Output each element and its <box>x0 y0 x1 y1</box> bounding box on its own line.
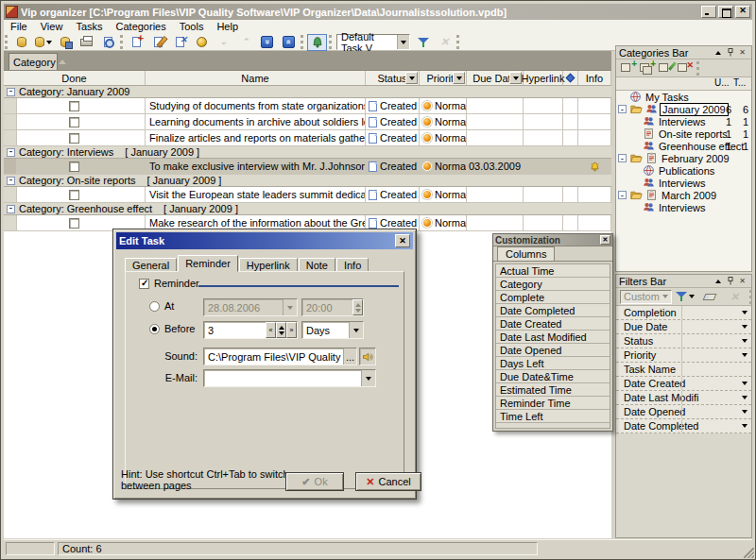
close-panel-icon[interactable]: ✕ <box>736 47 748 58</box>
menu-tasks[interactable]: Tasks <box>69 21 109 32</box>
play-sound-button[interactable] <box>359 348 376 365</box>
collapse-all-button[interactable]: » <box>279 34 299 51</box>
clear-view-button[interactable]: ✕ <box>435 34 455 51</box>
tab-note[interactable]: Note <box>299 258 335 272</box>
move-down-button[interactable]: ⌄ <box>214 34 233 51</box>
combo-arrow-icon[interactable] <box>349 322 363 338</box>
category-group-row[interactable]: Category: January 2009 <box>4 86 611 98</box>
print-preview-button[interactable] <box>98 34 118 51</box>
spin-left-icon[interactable]: « <box>266 322 276 338</box>
apply-filter-button[interactable] <box>676 288 696 305</box>
column-item[interactable]: Date Opened <box>496 344 610 357</box>
at-time-spinner[interactable]: 20:00 <box>301 298 364 316</box>
column-header-done[interactable]: Done <box>4 71 146 85</box>
dropdown-arrow-icon[interactable] <box>742 424 747 428</box>
collapse-group-icon[interactable] <box>7 148 15 157</box>
combo-arrow-icon[interactable] <box>361 370 375 386</box>
move-up-button[interactable]: ⌃ <box>235 34 255 51</box>
column-item[interactable]: Estimated Time <box>496 383 610 397</box>
close-icon[interactable]: ✕ <box>600 235 610 245</box>
tree-item-publications[interactable]: Publications <box>616 164 751 177</box>
done-checkbox[interactable] <box>69 161 79 172</box>
column-header-status[interactable]: Status <box>366 71 420 85</box>
filter-row-date-last-modified[interactable]: Date Last Modifi <box>616 391 751 405</box>
filter-row-date-completed[interactable]: Date Completed <box>616 419 751 433</box>
done-checkbox[interactable] <box>69 117 79 127</box>
toolbar-grip[interactable] <box>5 35 9 49</box>
collapse-node-icon[interactable] <box>618 154 627 162</box>
done-checkbox[interactable] <box>69 190 79 200</box>
collapse-node-icon[interactable] <box>618 105 627 113</box>
spinner-up-down-icon[interactable] <box>276 322 286 338</box>
cancel-button[interactable]: ✕ Cancel <box>355 472 421 491</box>
collapse-panel-icon[interactable] <box>712 276 724 286</box>
dropdown-arrow-icon[interactable] <box>742 396 747 399</box>
task-row[interactable]: Visit the European state leaders summit … <box>4 187 611 203</box>
tree-item-interviews[interactable]: Interviews 1 1 <box>616 115 751 127</box>
dropdown-arrow-icon[interactable] <box>742 382 747 385</box>
edit-category-button[interactable] <box>658 61 674 75</box>
filter-preset-combo[interactable]: Custom <box>620 290 672 304</box>
notifications-toggle[interactable] <box>307 34 327 51</box>
column-header-name[interactable]: Name <box>146 71 366 85</box>
menu-categories[interactable]: Categories <box>110 21 173 32</box>
pin-icon[interactable] <box>724 47 736 58</box>
tab-hyperlink[interactable]: Hyperlink <box>239 258 298 272</box>
spinner-up-down-icon[interactable] <box>352 299 363 315</box>
at-radio[interactable] <box>149 301 160 312</box>
tree-item-interviews[interactable]: Interviews <box>616 201 751 213</box>
menu-tools[interactable]: Tools <box>173 21 211 32</box>
column-header-priority[interactable]: Priority <box>420 71 467 85</box>
column-item[interactable]: Time Left <box>496 410 610 423</box>
at-date-combo[interactable]: 28.08.2006 <box>203 298 298 316</box>
toolbar-grip[interactable] <box>329 35 334 49</box>
column-item[interactable]: Due Date&Time <box>496 370 610 383</box>
before-radio[interactable] <box>149 324 160 334</box>
column-header-info[interactable]: Info <box>578 71 611 85</box>
spin-right-icon[interactable]: » <box>286 322 297 338</box>
close-icon[interactable]: ✕ <box>395 234 410 247</box>
filter-row-completion[interactable]: Completion <box>616 306 751 320</box>
tab-columns[interactable]: Columns <box>497 246 555 261</box>
filter-row-status[interactable]: Status <box>616 334 751 348</box>
dropdown-arrow-icon[interactable] <box>742 325 747 329</box>
combo-arrow-icon[interactable] <box>660 295 671 298</box>
task-row-selected[interactable]: To make exclusive interview with Mr. J.J… <box>4 159 611 175</box>
tree-item-on-site-reports[interactable]: On-site reports 1 1 <box>616 127 751 140</box>
clear-filter-button[interactable] <box>700 288 720 305</box>
column-header-due-date[interactable]: Due Date <box>467 71 524 85</box>
delete-task-button[interactable] <box>170 34 190 51</box>
filter-row-due-date[interactable]: Due Date <box>616 320 751 334</box>
ok-button[interactable]: ✔ Ok <box>285 472 344 491</box>
done-checkbox[interactable] <box>69 218 79 229</box>
dropdown-arrow-icon[interactable] <box>742 353 747 357</box>
tree-item-march-2009[interactable]: March 2009 <box>616 189 751 201</box>
uncompleted-column-header[interactable]: U... <box>714 77 731 88</box>
tree-item-february-2009[interactable]: February 2009 <box>616 152 751 164</box>
filter-row-priority[interactable]: Priority <box>616 348 751 363</box>
close-panel-icon[interactable]: ✕ <box>736 276 748 286</box>
add-task-button[interactable] <box>127 34 146 51</box>
before-unit-combo[interactable]: Days <box>301 321 364 339</box>
task-row[interactable]: Finalize articles and reports on materia… <box>4 130 611 146</box>
category-group-row[interactable]: Category: Interviews [ January 2009 ] <box>4 146 611 159</box>
category-group-row[interactable]: Category: Greenhouse effect [ January 20… <box>4 203 611 215</box>
edit-task-button[interactable] <box>148 34 168 51</box>
combo-arrow-icon[interactable] <box>283 299 297 315</box>
task-view-combo[interactable]: Default Task V <box>336 34 410 50</box>
column-item[interactable]: Date Created <box>496 317 610 331</box>
tree-item-my-tasks[interactable]: My Tasks <box>616 91 751 103</box>
column-item[interactable]: Actual Time <box>496 264 610 278</box>
menu-view[interactable]: View <box>34 21 70 32</box>
apply-view-button[interactable] <box>413 34 433 51</box>
collapse-panel-icon[interactable] <box>712 47 724 58</box>
tree-item-interviews[interactable]: Interviews <box>616 177 751 189</box>
menu-help[interactable]: Help <box>210 21 245 32</box>
column-item[interactable]: Reminder Time <box>496 397 610 410</box>
sound-path-field[interactable]: C:\Program Files\VIP Quality Software\VI… <box>203 348 357 365</box>
menu-file[interactable]: File <box>4 21 34 32</box>
delete-filter-button[interactable]: ✕ <box>725 288 745 305</box>
before-value-field[interactable]: 3 « » <box>203 321 298 339</box>
pin-icon[interactable] <box>724 276 736 286</box>
task-row[interactable]: Learning documents in archive about sold… <box>4 114 611 130</box>
